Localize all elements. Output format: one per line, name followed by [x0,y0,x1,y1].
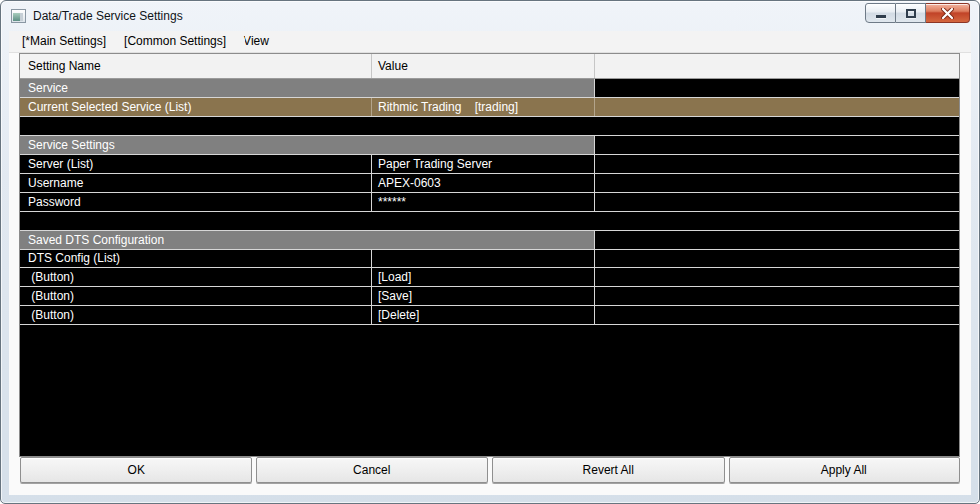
dialog-button-bar: OKCancelRevert AllApply All [20,457,960,483]
setting-row-empty-cell [595,287,959,305]
minimize-button[interactable] [865,3,896,23]
setting-value[interactable]: Paper Trading Server [372,155,595,173]
setting-row-password[interactable]: Password****** [20,193,959,212]
table-header: Setting Name Value [20,54,959,79]
close-button[interactable] [926,3,970,23]
section-row-saved-dts-configuration: Saved DTS Configuration [20,231,959,250]
maximize-icon [906,9,916,18]
table-filler [20,325,959,456]
setting-name: Username [20,174,372,192]
setting-row-dts-config[interactable]: DTS Config (List) [20,250,959,268]
setting-name: (Button) [20,287,372,305]
setting-row-empty-cell [595,193,959,211]
setting-name: Current Selected Service (List) [20,98,372,116]
cancel-button[interactable]: Cancel [256,457,489,483]
settings-table: Setting Name Value ServiceCurrent Select… [19,53,960,457]
setting-value[interactable]: ****** [372,193,595,211]
column-header-value: Value [372,54,595,78]
setting-row-empty-cell [595,174,959,192]
section-row-empty-cell [595,136,959,154]
menu-bar: [*Main Settings][Common Settings]View [9,31,971,53]
window-icon [11,9,26,23]
setting-name: Password [20,193,372,211]
window-controls [865,3,970,23]
section-label: Service Settings [20,136,595,154]
maximize-button[interactable] [896,3,926,23]
setting-row-delete-button[interactable]: (Button)[Delete] [20,306,959,325]
spacer-1 [20,117,959,136]
setting-name: (Button) [20,306,372,324]
setting-value[interactable]: APEX-0603 [372,174,595,192]
apply-all-button[interactable]: Apply All [729,457,961,483]
minimize-icon [876,15,886,18]
setting-row-current-selected-service[interactable]: Current Selected Service (List)Rithmic T… [20,98,959,117]
section-row-empty-cell [595,79,959,97]
menu-item-common-settings[interactable]: [Common Settings] [115,31,235,52]
setting-value[interactable]: Rithmic Trading [trading] [372,98,595,116]
setting-name: (Button) [20,268,372,286]
setting-row-load-button[interactable]: (Button)[Load] [20,268,959,287]
section-label: Saved DTS Configuration [20,231,595,249]
section-label: Service [20,79,595,97]
section-row-empty-cell [595,231,959,249]
setting-row-server[interactable]: Server (List)Paper Trading Server [20,155,959,174]
ok-button[interactable]: OK [20,457,252,483]
setting-row-empty-cell [595,250,959,267]
column-header-empty [595,54,959,78]
window: Data/Trade Service Settings [*Main Setti… [0,0,980,504]
section-row-service: Service [20,79,959,98]
setting-name: Server (List) [20,155,372,173]
setting-name: DTS Config (List) [20,250,372,267]
column-header-setting-name: Setting Name [20,54,372,78]
setting-value[interactable]: [Delete] [372,306,595,324]
section-row-service-settings: Service Settings [20,136,959,155]
setting-row-empty-cell [595,155,959,173]
table-body: ServiceCurrent Selected Service (List)Ri… [20,79,959,456]
setting-row-empty-cell [595,306,959,324]
client-area: [*Main Settings][Common Settings]View Se… [9,31,971,495]
menu-item-main-settings[interactable]: [*Main Settings] [13,31,115,52]
setting-row-save-button[interactable]: (Button)[Save] [20,287,959,306]
setting-row-empty-cell [595,268,959,286]
title-bar: Data/Trade Service Settings [1,1,979,31]
setting-value[interactable]: [Save] [372,287,595,305]
setting-value[interactable] [372,250,595,267]
setting-row-username[interactable]: UsernameAPEX-0603 [20,174,959,193]
setting-row-empty-cell [595,98,959,116]
setting-value[interactable]: [Load] [372,268,595,286]
window-title: Data/Trade Service Settings [33,9,183,23]
close-icon [941,8,954,19]
revert-all-button[interactable]: Revert All [492,457,725,483]
menu-item-view[interactable]: View [235,31,278,52]
spacer-2 [20,212,959,231]
